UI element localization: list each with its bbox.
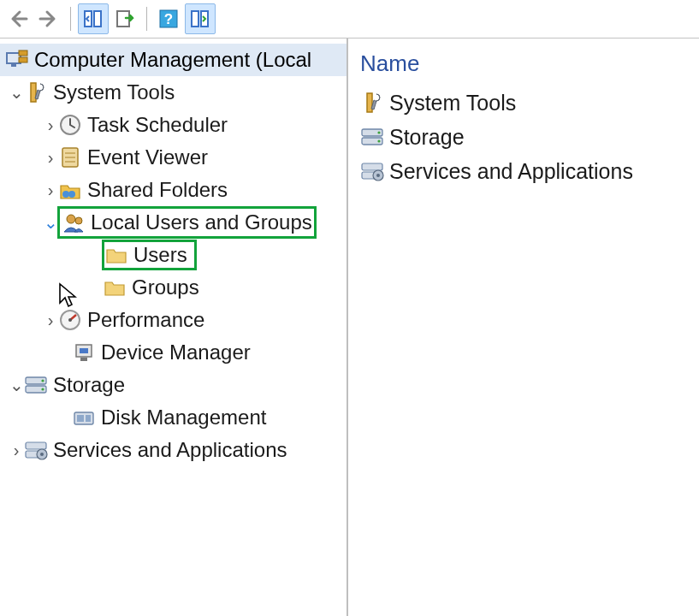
forward-button[interactable]: [34, 4, 63, 33]
users-groups-icon: [62, 210, 86, 234]
system-tools-icon: [24, 80, 48, 104]
svg-rect-25: [80, 348, 88, 353]
tree-label: Performance: [87, 308, 204, 332]
tree-item-event-viewer[interactable]: › Event Viewer: [0, 141, 347, 174]
svg-rect-42: [362, 163, 382, 170]
export-icon: [116, 9, 134, 28]
arrow-left-icon: [8, 9, 28, 29]
tree-label: Disk Management: [101, 406, 266, 429]
svg-rect-31: [77, 415, 84, 422]
svg-point-18: [68, 191, 75, 198]
tree-root-computer-management[interactable]: Computer Management (Local: [0, 44, 347, 76]
action-pane-button[interactable]: [185, 3, 216, 34]
svg-rect-10: [19, 57, 27, 62]
storage-icon: [360, 125, 384, 149]
svg-point-19: [67, 215, 75, 223]
detail-pane: Name System Tools Storage Services and A…: [348, 38, 699, 616]
tree-item-shared-folders[interactable]: › Shared Folders: [0, 174, 347, 206]
svg-rect-1: [94, 11, 101, 27]
toolbar-separator: [70, 7, 71, 31]
expander-closed-icon[interactable]: ›: [43, 181, 58, 200]
list-item-label: Storage: [389, 125, 465, 150]
svg-point-41: [377, 139, 380, 142]
tree-label: Groups: [132, 275, 199, 299]
svg-rect-32: [86, 415, 91, 422]
performance-icon: [58, 308, 82, 332]
clock-icon: [58, 113, 82, 137]
panes-icon: [84, 10, 103, 27]
svg-point-22: [68, 318, 72, 322]
tree-label: Users: [133, 243, 187, 267]
help-icon: ?: [158, 9, 179, 29]
computer-mgmt-icon: [5, 48, 29, 72]
tree-label: Storage: [53, 373, 125, 397]
tree-item-groups[interactable]: Groups: [0, 271, 347, 304]
disk-management-icon: [72, 406, 96, 429]
tree-item-storage[interactable]: ⌄ Storage: [0, 369, 347, 401]
folder-icon: [104, 243, 128, 267]
svg-point-36: [40, 453, 44, 456]
list-item-label: System Tools: [389, 91, 516, 116]
export-list-button[interactable]: [110, 4, 139, 33]
folder-icon: [103, 275, 127, 299]
console-tree: Computer Management (Local ⌄ System Tool…: [0, 38, 348, 616]
svg-rect-8: [11, 64, 16, 67]
svg-point-20: [75, 217, 82, 224]
expander-closed-icon[interactable]: ›: [43, 148, 58, 168]
services-apps-icon: [360, 159, 384, 183]
tree-label: Computer Management (Local: [34, 48, 311, 72]
svg-rect-5: [192, 11, 198, 27]
services-apps-icon: [24, 438, 48, 462]
show-hide-tree-button[interactable]: [78, 3, 109, 34]
device-manager-icon: [72, 341, 96, 364]
tree-item-system-tools[interactable]: ⌄ System Tools: [0, 76, 347, 109]
tree-item-disk-management[interactable]: Disk Management: [0, 401, 347, 434]
svg-rect-33: [26, 442, 46, 449]
arrow-right-icon: [39, 9, 59, 29]
toolbar: ?: [0, 0, 699, 38]
svg-point-17: [62, 191, 69, 198]
svg-point-29: [41, 388, 44, 390]
tree-item-performance[interactable]: › Performance: [0, 304, 347, 336]
svg-text:?: ?: [164, 11, 173, 27]
toolbar-separator: [146, 7, 147, 31]
tree-label: Task Scheduler: [87, 113, 228, 137]
expander-closed-icon[interactable]: ›: [43, 311, 58, 330]
tree-label: Local Users and Groups: [91, 210, 312, 234]
column-header-name[interactable]: Name: [360, 47, 687, 86]
list-item-services-apps[interactable]: Services and Applications: [360, 154, 687, 188]
tree-label: Services and Applications: [53, 438, 287, 462]
expander-open-icon[interactable]: ⌄: [9, 375, 24, 395]
help-button[interactable]: ?: [154, 4, 183, 33]
tree-label: Device Manager: [101, 341, 251, 364]
tree-item-services-apps[interactable]: › Services and Applications: [0, 434, 347, 466]
list-item-system-tools[interactable]: System Tools: [360, 86, 687, 120]
svg-point-45: [376, 174, 380, 177]
tree-item-local-users-groups[interactable]: ⌄ Local Users and Groups: [0, 206, 347, 239]
svg-rect-9: [19, 50, 27, 56]
tree-item-task-scheduler[interactable]: › Task Scheduler: [0, 109, 347, 141]
tree-label: System Tools: [53, 80, 175, 104]
list-item-storage[interactable]: Storage: [360, 120, 687, 154]
tree-label: Event Viewer: [87, 145, 208, 169]
tree-label: Shared Folders: [87, 178, 228, 202]
svg-rect-24: [80, 358, 87, 361]
system-tools-icon: [360, 91, 384, 115]
tree-item-users[interactable]: Users: [0, 239, 347, 271]
expander-open-icon[interactable]: ⌄: [9, 82, 24, 103]
expander-closed-icon[interactable]: ›: [43, 116, 58, 135]
svg-point-28: [41, 379, 44, 382]
content-area: Computer Management (Local ⌄ System Tool…: [0, 38, 699, 616]
list-item-label: Services and Applications: [389, 159, 633, 184]
svg-rect-37: [367, 93, 372, 112]
expander-open-icon[interactable]: ⌄: [43, 212, 58, 233]
expander-closed-icon[interactable]: ›: [9, 441, 24, 460]
back-button[interactable]: [3, 4, 33, 33]
action-pane-icon: [191, 10, 210, 27]
tree-item-device-manager[interactable]: Device Manager: [0, 336, 347, 369]
svg-rect-11: [31, 83, 36, 102]
event-viewer-icon: [58, 145, 82, 169]
svg-point-40: [377, 131, 380, 133]
shared-folders-icon: [58, 178, 82, 202]
storage-icon: [24, 373, 48, 397]
